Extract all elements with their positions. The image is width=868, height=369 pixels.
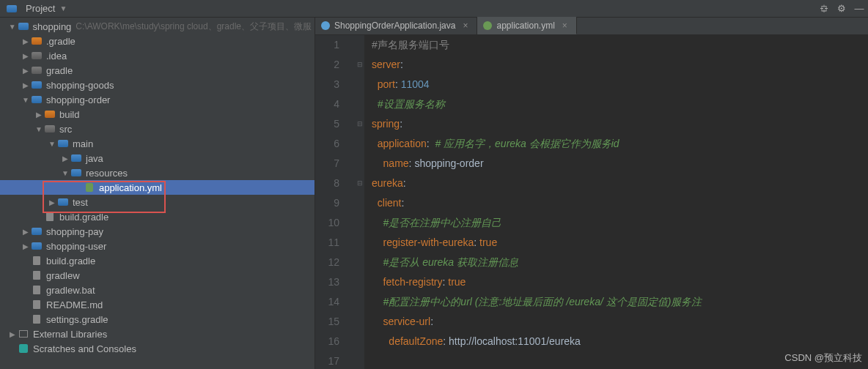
code-content[interactable]: #声名服务端口号server: port: 11004 #设置服务名称sprin… [364,35,868,369]
folder-gray-icon [44,123,56,135]
tab-label: ShoppingOrderApplication.java [334,20,455,31]
watermark: CSDN @预立科技 [784,351,862,365]
tree-arrow-icon[interactable] [21,52,31,60]
tree-arrow-icon[interactable] [34,125,44,133]
tab-shoppingorderapplication-java[interactable]: ShoppingOrderApplication.java× [315,17,477,34]
close-icon[interactable]: × [562,20,567,31]
tree-item-label: shopping-pay [46,226,103,237]
tree-item-path: C:\AWORK\me\study\spring cloud、gradle、父子… [76,20,312,33]
tree-item-label: src [59,124,72,135]
tree-item-scratches-and-consoles[interactable]: Scratches and Consoles [0,341,315,356]
fold-column[interactable]: ⊟⊟⊟ [356,35,364,369]
tree-item-shopping-order[interactable]: shopping-order [0,92,315,107]
yml-file-icon [483,21,492,30]
libs-icon-icon [18,328,29,340]
tree-item-label: shopping [33,21,72,32]
file-gray-icon [44,211,56,223]
tree-arrow-icon[interactable] [47,198,57,206]
tree-item-label: build.gradle [46,256,95,266]
tree-arrow-icon[interactable] [21,242,31,250]
tree-item-shopping-goods[interactable]: shopping-goods [0,78,315,92]
tree-arrow-icon[interactable] [60,169,70,177]
tree-arrow-icon[interactable] [21,81,31,89]
file-gray-icon [31,284,43,296]
tree-item-settings-gradle[interactable]: settings.gradle [0,312,315,327]
folder-blue-icon [57,196,69,208]
tree-item-shopping-user[interactable]: shopping-user [0,239,315,253]
tree-item-gradle[interactable]: gradle [0,63,315,78]
locate-icon[interactable]: ⯐ [815,0,833,18]
tree-arrow-icon[interactable] [47,140,57,148]
tree-item-label: gradlew [46,270,80,281]
tree-item-label: java [86,153,103,164]
tree-item-label: Scratches and Consoles [33,343,136,354]
tree-item-readme-md[interactable]: README.md [0,297,315,312]
scratches-icon-icon [18,343,29,354]
tree-item-resources[interactable]: resources [0,165,315,180]
tree-item-label: shopping-goods [46,80,114,91]
tab-label: application.yml [496,20,554,31]
tree-item-external-libraries[interactable]: External Libraries [0,327,315,341]
tree-item-java[interactable]: java [0,151,315,165]
tree-item-build[interactable]: build [0,107,315,122]
tree-item-test[interactable]: test [0,195,315,209]
tree-arrow-icon[interactable] [21,96,31,104]
tree-arrow-icon[interactable] [21,228,31,236]
tree-item-gradlew-bat[interactable]: gradlew.bat [0,283,315,297]
tree-item-label: External Libraries [33,329,107,340]
tree-arrow-icon[interactable] [21,37,31,45]
line-gutter: 1234567891011121314151617 [315,35,356,369]
tree-item-label: main [73,138,93,149]
project-tree-panel: shoppingC:\AWORK\me\study\spring cloud、g… [0,18,315,369]
file-gray-icon [31,269,43,281]
tab-application-yml[interactable]: application.yml× [477,17,576,34]
folder-blue-icon [31,94,43,105]
code-editor[interactable]: 1234567891011121314151617 ⊟⊟⊟ #声名服务端口号se… [315,35,868,369]
project-icon [6,3,18,15]
tree-arrow-icon[interactable] [21,67,31,75]
folder-orange-icon [44,108,56,120]
gear-icon[interactable]: ⚙ [833,0,850,18]
tree-item-gradlew[interactable]: gradlew [0,268,315,283]
tree-arrow-icon[interactable] [7,330,18,338]
folder-blue-icon [57,138,69,149]
tree-arrow-icon[interactable] [60,154,70,163]
folder-blue-icon [18,20,29,32]
tree-item-label: build [59,109,79,120]
tree-item-label: README.md [46,299,103,310]
tree-item-label: gradle [46,65,73,76]
tree-item-label: gradlew.bat [46,285,95,296]
tree-item-label: .gradle [46,36,76,47]
tree-item-application-yml[interactable]: application.yml [0,180,315,195]
tree-item-shopping-pay[interactable]: shopping-pay [0,224,315,239]
tree-item-shopping[interactable]: shoppingC:\AWORK\me\study\spring cloud、g… [0,19,315,34]
close-icon[interactable]: × [463,20,468,31]
tree-item-label: resources [86,168,128,179]
tree-item-label: shopping-user [46,241,106,252]
project-toolbar: Project ▼ ⯐ ⚙ — [0,0,868,18]
java-file-icon [321,21,330,30]
file-green-icon [84,182,95,193]
tree-item-label: settings.gradle [46,314,108,325]
tree-arrow-icon[interactable] [7,23,18,31]
project-label[interactable]: Project [26,3,55,14]
folder-gray-icon [31,50,43,61]
tree-item-label: application.yml [99,182,162,193]
tree-arrow-icon[interactable] [34,111,44,119]
file-gray-icon [31,299,43,310]
folder-blue-icon [70,167,82,179]
folder-blue-icon [31,225,43,237]
folder-gray-icon [31,64,43,76]
file-gray-icon [31,313,43,325]
editor-tabs: ShoppingOrderApplication.java×applicatio… [315,18,868,35]
tree-item-build-gradle[interactable]: build.gradle [0,253,315,268]
tree-item-label: test [73,197,88,208]
tree-item-main[interactable]: main [0,136,315,151]
tree-item--gradle[interactable]: .gradle [0,34,315,48]
tree-item-src[interactable]: src [0,122,315,136]
chevron-down-icon[interactable]: ▼ [59,4,67,12]
tree-item-build-gradle[interactable]: build.gradle [0,209,315,224]
folder-orange-icon [31,35,43,47]
collapse-icon[interactable]: — [850,0,868,18]
tree-item--idea[interactable]: .idea [0,48,315,63]
